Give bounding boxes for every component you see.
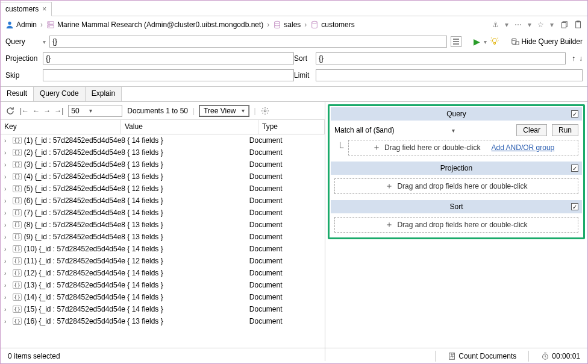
- col-value[interactable]: Value: [121, 120, 258, 134]
- match-mode-select[interactable]: Match all of ($and): [334, 126, 455, 134]
- table-row[interactable]: ›{}(13) {_id : 57d28452ed5d4d54e { 14 fi…: [1, 279, 325, 291]
- chevron-right-icon[interactable]: ›: [4, 174, 10, 180]
- document-icon: {}: [13, 221, 22, 228]
- count-documents-button[interactable]: # Count Documents: [448, 352, 516, 360]
- chevron-right-icon[interactable]: ›: [4, 246, 10, 253]
- chevron-right-icon[interactable]: ›: [4, 222, 10, 228]
- svg-point-0: [8, 22, 11, 25]
- add-and-or-group-link[interactable]: Add AND/OR group: [492, 143, 555, 152]
- projection-input[interactable]: [43, 52, 294, 64]
- svg-rect-10: [453, 39, 459, 40]
- table-row[interactable]: ›{}(16) {_id : 57d28452ed5d4d54e { 13 fi…: [1, 315, 325, 327]
- view-mode-select[interactable]: Tree View: [199, 105, 249, 116]
- sort-desc-icon[interactable]: ↓: [579, 54, 583, 63]
- anchor-icon[interactable]: ⚓︎: [492, 20, 499, 29]
- chevron-right-icon[interactable]: ›: [4, 258, 10, 265]
- run-icon[interactable]: ▶: [474, 37, 480, 46]
- star-icon[interactable]: ☆: [537, 20, 544, 29]
- table-row[interactable]: ›{}(2) {_id : 57d28452ed5d4d54e8 { 13 fi…: [1, 146, 325, 158]
- row-type: Document: [249, 184, 310, 193]
- table-row[interactable]: ›{}(4) {_id : 57d28452ed5d4d54e8 { 13 fi…: [1, 171, 325, 183]
- query-enabled-checkbox[interactable]: ✓: [571, 110, 578, 118]
- col-key[interactable]: Key: [1, 120, 121, 134]
- chevron-right-icon[interactable]: ›: [4, 210, 10, 216]
- gear-icon[interactable]: [261, 107, 269, 115]
- run-button[interactable]: Run: [552, 124, 578, 136]
- breadcrumb-database[interactable]: sales: [284, 20, 301, 29]
- breadcrumb: Admin › Marine Mammal Research (Admin@cl…: [1, 16, 587, 33]
- query-input[interactable]: [49, 36, 447, 48]
- document-icon: {}: [13, 209, 22, 216]
- chevron-right-icon[interactable]: ›: [4, 318, 10, 325]
- chevron-right-icon[interactable]: ›: [4, 282, 10, 289]
- form-icon[interactable]: [451, 36, 461, 47]
- chevron-right-icon[interactable]: ›: [4, 162, 10, 168]
- breadcrumb-collection[interactable]: customers: [321, 20, 354, 29]
- close-icon[interactable]: ×: [42, 5, 46, 13]
- last-page-icon[interactable]: →|: [54, 107, 63, 115]
- chevron-right-icon[interactable]: ›: [4, 294, 10, 301]
- paste-icon[interactable]: [574, 20, 583, 29]
- plus-icon: ＋: [385, 181, 393, 192]
- table-row[interactable]: ›{}(11) {_id : 57d28452ed5d4d54e { 12 fi…: [1, 255, 325, 267]
- sort-drop-zone[interactable]: ＋ Drag and drop fields here or double-cl…: [334, 217, 578, 233]
- hide-query-builder-button[interactable]: Hide Query Builder: [511, 37, 583, 46]
- clear-button[interactable]: Clear: [516, 124, 547, 136]
- more-icon[interactable]: ⋯: [514, 20, 522, 29]
- table-row[interactable]: ›{}(9) {_id : 57d28452ed5d4d54e8 { 13 fi…: [1, 231, 325, 243]
- document-icon: {}: [13, 318, 22, 325]
- next-page-icon[interactable]: →: [43, 107, 51, 115]
- chevron-down-icon[interactable]: ▾: [43, 39, 46, 45]
- chevron-right-icon[interactable]: ›: [4, 198, 10, 204]
- table-row[interactable]: ›{}(12) {_id : 57d28452ed5d4d54e { 14 fi…: [1, 267, 325, 279]
- chevron-right-icon: ›: [267, 20, 269, 29]
- table-row[interactable]: ›{}(14) {_id : 57d28452ed5d4d54e { 14 fi…: [1, 291, 325, 303]
- chevron-right-icon[interactable]: ›: [4, 149, 10, 156]
- limit-input[interactable]: [316, 69, 583, 81]
- tab-customers[interactable]: customers ×: [1, 2, 52, 16]
- row-key: (6) {_id : 57d28452ed5d4d54e8 { 14 field…: [24, 196, 247, 205]
- prev-page-icon[interactable]: ←: [33, 107, 40, 115]
- chevron-right-icon[interactable]: ›: [4, 270, 10, 277]
- breadcrumb-connection[interactable]: Marine Mammal Research (Admin@cluster0.u…: [57, 20, 263, 29]
- projection-drop-zone[interactable]: ＋ Drag and drop fields here or double-cl…: [334, 178, 578, 194]
- table-row[interactable]: ›{}(5) {_id : 57d28452ed5d4d54e8 { 12 fi…: [1, 183, 325, 195]
- tab-query-code[interactable]: Query Code: [34, 87, 86, 101]
- page-size-select[interactable]: 50: [68, 105, 122, 117]
- table-row[interactable]: ›{}(3) {_id : 57d28452ed5d4d54e8 { 13 fi…: [1, 158, 325, 171]
- tab-explain[interactable]: Explain: [86, 87, 122, 101]
- projection-enabled-checkbox[interactable]: ✓: [571, 165, 578, 172]
- builder-projection-title: Projection: [440, 164, 472, 172]
- sort-enabled-checkbox[interactable]: ✓: [571, 203, 578, 210]
- row-key: (4) {_id : 57d28452ed5d4d54e8 { 13 field…: [24, 172, 247, 181]
- row-key: (8) {_id : 57d28452ed5d4d54e8 { 13 field…: [24, 221, 247, 229]
- chevron-right-icon[interactable]: ›: [4, 137, 10, 144]
- tree-body[interactable]: ›{}(1) {_id : 57d28452ed5d4d54e8 { 14 fi…: [1, 134, 325, 361]
- refresh-icon[interactable]: [5, 106, 15, 116]
- hint-icon[interactable]: 💡︎: [490, 37, 499, 46]
- chevron-right-icon[interactable]: ›: [4, 234, 10, 240]
- row-key: (2) {_id : 57d28452ed5d4d54e8 { 13 field…: [24, 148, 247, 157]
- query-drop-zone[interactable]: ＋ Drag field here or double-click Add AN…: [348, 140, 578, 155]
- copy-icon[interactable]: [560, 20, 568, 29]
- tab-result[interactable]: Result: [1, 87, 34, 101]
- sort-input[interactable]: [316, 52, 566, 64]
- table-row[interactable]: ›{}(15) {_id : 57d28452ed5d4d54e { 14 fi…: [1, 303, 325, 315]
- document-icon: {}: [13, 245, 22, 253]
- breadcrumb-user[interactable]: Admin: [16, 20, 37, 29]
- table-row[interactable]: ›{}(8) {_id : 57d28452ed5d4d54e8 { 13 fi…: [1, 219, 325, 231]
- documents-range: Documents 1 to 50: [127, 107, 188, 115]
- first-page-icon[interactable]: |←: [20, 107, 29, 115]
- skip-input[interactable]: [43, 69, 294, 81]
- chevron-right-icon[interactable]: ›: [4, 186, 10, 192]
- table-row[interactable]: ›{}(10) {_id : 57d28452ed5d4d54e { 14 fi…: [1, 243, 325, 255]
- table-row[interactable]: ›{}(6) {_id : 57d28452ed5d4d54e8 { 14 fi…: [1, 195, 325, 207]
- chevron-right-icon: ›: [304, 20, 307, 29]
- document-icon: {}: [13, 149, 22, 156]
- col-type[interactable]: Type: [258, 120, 325, 134]
- sort-asc-icon[interactable]: ↑: [572, 54, 575, 63]
- table-row[interactable]: ›{}(1) {_id : 57d28452ed5d4d54e8 { 14 fi…: [1, 134, 325, 146]
- skip-label: Skip: [5, 71, 39, 80]
- chevron-right-icon[interactable]: ›: [4, 306, 10, 313]
- table-row[interactable]: ›{}(7) {_id : 57d28452ed5d4d54e8 { 14 fi…: [1, 207, 325, 219]
